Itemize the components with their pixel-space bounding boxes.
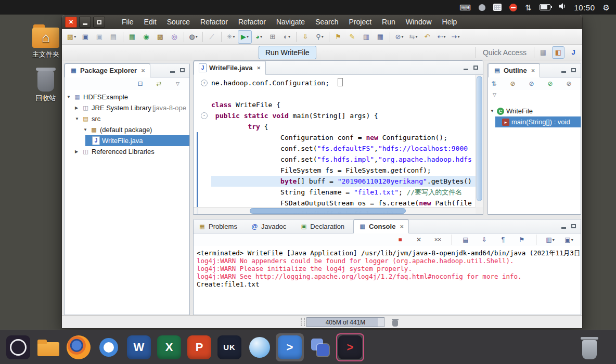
scrollbar-thumb[interactable] <box>477 76 482 201</box>
separator[interactable] <box>390 32 390 42</box>
tab-package-explorer[interactable]: Package Explorer ✕ <box>65 63 150 77</box>
separator[interactable] <box>536 235 536 245</box>
hide-fields-button[interactable]: ⊘ <box>506 79 520 89</box>
clock[interactable]: 10:50 <box>574 3 595 12</box>
collapse-all-button[interactable]: ⊟ <box>133 79 147 89</box>
display-selected-console-button[interactable]: ▥ ▾ <box>543 235 557 245</box>
expander-arrow-icon[interactable]: ▼ <box>67 95 73 99</box>
link-with-editor-button[interactable]: ⇆ ▾ <box>406 30 420 44</box>
separator[interactable] <box>452 235 452 245</box>
search-button[interactable]: ⚲ ▾ <box>313 30 327 44</box>
perspective-java-button[interactable]: J <box>567 46 580 59</box>
tree-item[interactable]: ▼ src <box>75 113 189 124</box>
dock-software-center[interactable]: UK <box>215 333 243 361</box>
menu-item[interactable]: Window <box>401 16 437 29</box>
scroll-lock-button[interactable]: ⇩ <box>478 235 492 245</box>
horizontal-scrollbar[interactable] <box>194 207 476 214</box>
tab-writefile-java[interactable]: WriteFile.java ✕ <box>194 61 266 75</box>
dock-qq[interactable] <box>246 333 274 361</box>
window-close-button[interactable]: ✕ <box>65 17 77 28</box>
external-browser-button[interactable]: ◍ ▾ <box>186 30 200 44</box>
external-tools-button[interactable]: ◐ ▾ <box>280 30 294 44</box>
remove-all-launches-button[interactable]: ✕✕ <box>431 235 445 245</box>
perspective-javaee-button[interactable]: ◧ <box>552 46 564 59</box>
maximize-icon[interactable] <box>571 224 576 229</box>
new-button[interactable]: ▩ ▾ <box>65 30 79 44</box>
outline-item[interactable]: ▼ WriteFile <box>490 106 581 116</box>
window-minimize-button[interactable] <box>79 17 91 28</box>
maximize-icon[interactable] <box>473 65 479 71</box>
save-button[interactable]: ▣ <box>79 30 93 44</box>
new-package-button[interactable]: ▩ <box>153 30 168 44</box>
maximize-icon[interactable] <box>180 68 185 73</box>
run-button[interactable]: ▶ ▾ <box>238 30 252 44</box>
link-with-editor-button[interactable]: ⇄ <box>152 79 166 89</box>
minimize-icon[interactable] <box>561 224 567 229</box>
close-icon[interactable]: ✕ <box>141 68 145 73</box>
menu-item[interactable]: Refactor <box>233 16 271 29</box>
tab-console[interactable]: Console ✕ <box>353 219 409 233</box>
input-method-icon[interactable] <box>479 4 485 11</box>
hide-local-types-button[interactable]: ⊘ <box>562 79 576 89</box>
new-java-class-button[interactable]: ◉ <box>139 30 153 44</box>
expander-arrow-icon[interactable]: ▶ <box>75 106 82 110</box>
separator[interactable] <box>184 32 184 42</box>
hide-non-public-button[interactable]: ⊘ <box>543 79 557 89</box>
dock-launcher[interactable] <box>4 333 32 361</box>
editor-body[interactable]: +ne.hadoop.conf.Configuration; class Wri… <box>194 75 483 214</box>
dock-ide[interactable]: > <box>336 333 364 361</box>
tree-item[interactable]: ▶ JRE System Library [java-8-ope <box>75 102 189 113</box>
separator[interactable] <box>202 32 203 42</box>
window-maximize-button[interactable] <box>93 17 105 28</box>
close-icon[interactable]: ✕ <box>400 224 404 229</box>
terminate-button[interactable]: ■ <box>393 235 407 245</box>
menu-item[interactable]: Project <box>344 16 377 29</box>
dock-trash[interactable] <box>575 333 604 361</box>
last-edit-location-button[interactable]: ⚑ <box>331 30 345 44</box>
menu-item[interactable]: File <box>117 16 139 29</box>
minimize-icon[interactable] <box>170 68 175 73</box>
open-console-button[interactable]: ▣ ▾ <box>562 235 576 245</box>
table-view-button[interactable]: ▦ <box>374 30 388 44</box>
dock-screenshot[interactable] <box>306 333 334 361</box>
heap-status-widget[interactable]: 405M of 441M <box>306 317 384 327</box>
keyboard-layout-icon[interactable]: ⌨ <box>459 4 471 11</box>
run-garbage-collector-icon[interactable] <box>392 318 399 327</box>
debug-button[interactable]: ✳ ▾ <box>224 30 238 44</box>
quick-access[interactable]: Quick Access <box>475 47 534 58</box>
outline-item[interactable]: main(String[]) : void <box>495 116 581 127</box>
settings-gear-icon[interactable]: ⚙ <box>603 4 610 11</box>
menu-item[interactable]: Refactor <box>195 16 233 29</box>
annotation-button[interactable]: ▥ <box>360 30 374 44</box>
coverage-button[interactable]: ◕ ▾ <box>252 30 266 44</box>
menu-item[interactable]: Run <box>377 16 401 29</box>
tree-item[interactable]: WriteFile.java <box>85 135 189 146</box>
calendar-icon[interactable] <box>493 4 502 11</box>
skip-breakpoints-button[interactable]: ⊘ ▾ <box>392 30 406 44</box>
network-traffic-icon[interactable]: ⇅ <box>525 4 532 11</box>
tree-item[interactable]: ▼ HDFSExample <box>67 92 189 102</box>
back-button[interactable]: ↶ <box>420 30 434 44</box>
separator[interactable] <box>221 32 222 42</box>
tab-javadoc[interactable]: Javadoc <box>246 220 295 233</box>
back-history-button[interactable]: ⇠ ▾ <box>434 30 448 44</box>
dock-files[interactable] <box>34 333 62 361</box>
tab-problems[interactable]: Problems <box>194 220 246 233</box>
dock-word[interactable]: W <box>125 333 153 361</box>
tab-outline[interactable]: Outline ✕ <box>488 63 540 77</box>
open-type-button[interactable]: ◎ <box>168 30 182 44</box>
scrollbar-thumb[interactable] <box>250 208 406 214</box>
close-icon[interactable]: ✕ <box>531 68 535 73</box>
print-button[interactable]: ▤ <box>107 30 121 44</box>
dock-terminal[interactable]: > <box>276 333 304 361</box>
menu-item[interactable]: Source <box>162 16 195 29</box>
console-output[interactable]: <terminated> WriteFile [Java Application… <box>194 247 581 315</box>
dock-firefox[interactable] <box>65 333 93 361</box>
open-perspective-button[interactable]: ▦ <box>537 46 549 59</box>
remove-launch-button[interactable]: ✕ <box>412 235 426 245</box>
profile-button[interactable]: ⊞ <box>266 30 280 44</box>
battery-icon[interactable] <box>540 4 550 10</box>
view-menu-icon[interactable]: ▽ <box>493 92 496 97</box>
separator[interactable] <box>329 32 329 42</box>
menu-item[interactable]: Edit <box>139 16 162 29</box>
